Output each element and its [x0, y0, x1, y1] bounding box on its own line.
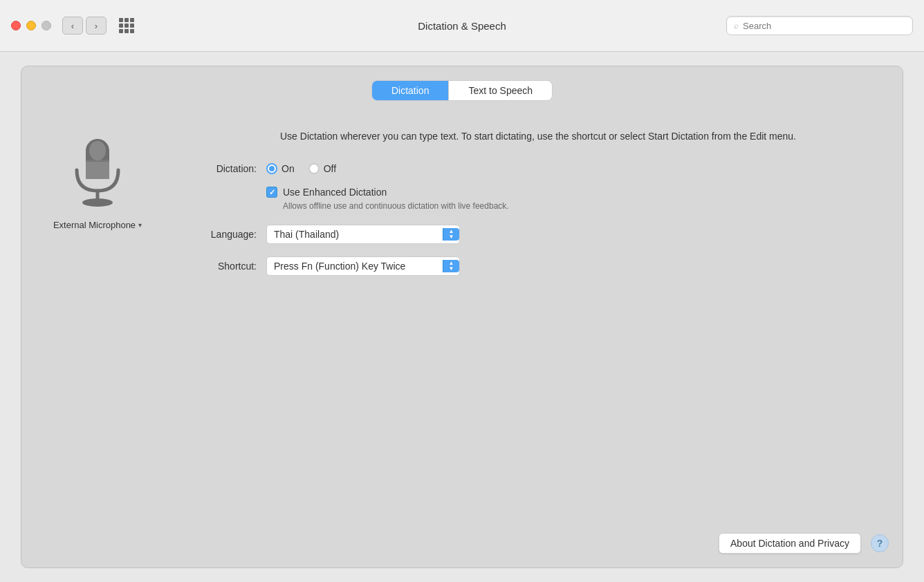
bottom-bar: About Dictation and Privacy ?	[719, 533, 889, 554]
search-box[interactable]: ⌕	[726, 16, 913, 35]
checkmark-icon: ✓	[269, 188, 275, 197]
chevron-down-icon: ▼	[449, 234, 454, 240]
language-value: Thai (Thailand)	[274, 229, 437, 240]
forward-button[interactable]: ›	[86, 17, 107, 35]
shortcut-value: Press Fn (Function) Key Twice	[274, 261, 437, 272]
radio-off-circle	[308, 163, 320, 174]
description-text: Use Dictation wherever you can type text…	[187, 129, 889, 144]
about-privacy-button[interactable]: About Dictation and Privacy	[719, 533, 861, 554]
radio-off-label: Off	[324, 163, 336, 174]
radio-off[interactable]: Off	[308, 163, 336, 174]
enhanced-checkbox[interactable]: ✓	[266, 187, 277, 198]
main-panel: Dictation Text to Speech	[21, 66, 903, 568]
radio-on-label: On	[281, 163, 295, 174]
microphone-icon	[66, 135, 129, 212]
window-title: Dictation & Speech	[418, 20, 506, 32]
mic-section: External Microphone ▾	[35, 122, 160, 230]
tab-text-to-speech[interactable]: Text to Speech	[449, 81, 552, 100]
microphone-label-text: External Microphone	[53, 220, 136, 230]
language-label: Language:	[187, 229, 257, 240]
radio-on-dot	[269, 166, 275, 171]
enhanced-checkbox-row: ✓ Use Enhanced Dictation	[266, 187, 889, 198]
svg-point-4	[82, 198, 113, 207]
back-button[interactable]: ‹	[62, 17, 83, 35]
shortcut-row: Shortcut: Press Fn (Function) Key Twice …	[187, 256, 889, 276]
help-button[interactable]: ?	[871, 534, 889, 552]
radio-on-circle	[266, 163, 277, 174]
grid-menu-button[interactable]	[115, 14, 138, 37]
nav-buttons: ‹ ›	[62, 17, 107, 35]
settings-section: Use Dictation wherever you can type text…	[187, 122, 889, 288]
close-button[interactable]	[11, 21, 21, 30]
shortcut-dropdown[interactable]: Press Fn (Function) Key Twice ▲ ▼	[266, 256, 460, 276]
svg-point-5	[89, 141, 106, 160]
enhanced-checkbox-label: Use Enhanced Dictation	[283, 187, 387, 198]
dictation-label: Dictation:	[187, 163, 257, 174]
microphone-selector[interactable]: External Microphone ▾	[53, 220, 142, 230]
main-layout: External Microphone ▾ Use Dictation wher…	[35, 122, 889, 288]
shortcut-stepper: ▲ ▼	[443, 260, 459, 272]
content-area: Dictation Text to Speech	[0, 52, 924, 582]
tab-group: Dictation Text to Speech	[371, 80, 553, 101]
language-row: Language: Thai (Thailand) ▲ ▼	[187, 225, 889, 244]
chevron-down-icon: ▾	[138, 221, 142, 229]
search-input[interactable]	[743, 21, 905, 31]
radio-on[interactable]: On	[266, 163, 295, 174]
tab-dictation[interactable]: Dictation	[372, 81, 448, 100]
grid-icon	[119, 18, 134, 33]
chevron-down-icon: ▼	[449, 266, 454, 272]
search-icon: ⌕	[734, 21, 739, 30]
language-stepper: ▲ ▼	[443, 228, 459, 241]
dictation-row: Dictation: On Off	[187, 163, 889, 174]
radio-group: On Off	[266, 163, 336, 174]
enhanced-sub-text: Allows offline use and continuous dictat…	[283, 200, 889, 212]
titlebar: ‹ › Dictation & Speech ⌕	[0, 0, 924, 52]
maximize-button[interactable]	[41, 21, 51, 30]
tab-bar: Dictation Text to Speech	[35, 80, 889, 101]
svg-rect-1	[86, 160, 109, 179]
shortcut-label: Shortcut:	[187, 261, 257, 272]
enhanced-dictation-section: ✓ Use Enhanced Dictation Allows offline …	[266, 187, 889, 212]
minimize-button[interactable]	[26, 21, 36, 30]
traffic-lights	[11, 21, 51, 30]
language-dropdown[interactable]: Thai (Thailand) ▲ ▼	[266, 225, 460, 244]
